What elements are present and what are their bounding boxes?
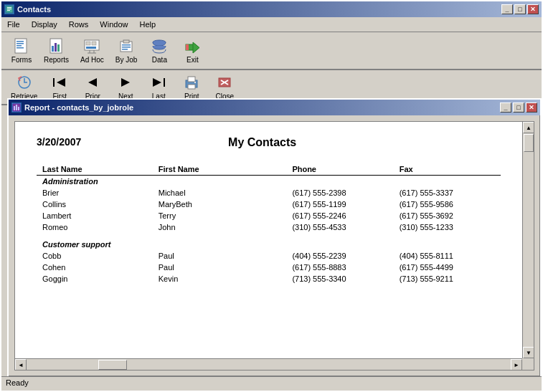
svg-rect-44 — [14, 106, 15, 110]
adhoc-button[interactable]: Ad Hoc — [75, 35, 109, 66]
minimize-button[interactable]: _ — [501, 4, 513, 14]
main-toolbar: Forms Reports — [1, 32, 542, 70]
svg-rect-12 — [57, 44, 60, 52]
report-title-left: Report - contacts_by_jobrole — [11, 102, 133, 113]
forms-icon — [13, 37, 30, 54]
report-header: 3/20/2007 My Contacts — [37, 136, 501, 149]
svg-marker-31 — [57, 78, 65, 87]
scroll-up-button[interactable]: ▲ — [523, 122, 534, 133]
vertical-scrollbar[interactable]: ▲ ▼ — [522, 122, 534, 358]
svg-rect-10 — [52, 46, 54, 52]
cell-phone: (617) 555-1199 — [286, 199, 393, 210]
print-icon — [183, 74, 200, 91]
byjob-icon — [118, 37, 135, 54]
svg-rect-14 — [86, 42, 90, 45]
svg-rect-45 — [16, 105, 17, 110]
col-fax: Fax — [394, 163, 501, 176]
scroll-left-button[interactable]: ◄ — [15, 359, 27, 371]
menu-window[interactable]: Window — [94, 19, 133, 30]
report-inner: 3/20/2007 My Contacts Last Name First Na… — [15, 122, 522, 358]
cell-fax: (617) 555-9586 — [394, 199, 501, 210]
forms-button[interactable]: Forms — [6, 35, 37, 66]
svg-rect-39 — [194, 82, 196, 83]
menu-rows[interactable]: Rows — [63, 19, 95, 30]
svg-rect-15 — [92, 42, 96, 45]
main-title-controls: _ □ ✕ — [501, 4, 539, 14]
svg-rect-21 — [123, 40, 129, 43]
scroll-right-button[interactable]: ► — [511, 359, 522, 371]
report-content: ▲ ▼ ◄ ► 3/20/2007 My Contacts — [14, 121, 534, 371]
report-title-controls: _ □ ✕ — [500, 102, 537, 113]
scroll-track — [523, 133, 534, 347]
main-window: Contacts _ □ ✕ File Display Rows Window … — [0, 0, 543, 392]
cell-fax: (617) 555-3337 — [394, 187, 501, 199]
cell-fax: (310) 555-1233 — [394, 221, 501, 233]
byjob-button[interactable]: By Job — [110, 35, 143, 66]
data-button[interactable]: Data — [143, 35, 175, 66]
table-row: CobbPaul(404) 555-2239(404) 555-8111 — [37, 250, 501, 262]
cell-firstname: Michael — [153, 187, 287, 199]
svg-rect-28 — [186, 44, 189, 50]
group-header-row: Customer support — [37, 239, 501, 250]
cell-lastname: Cohen — [37, 262, 153, 273]
main-title-bar: Contacts _ □ ✕ — [1, 1, 542, 17]
scroll-thumb[interactable] — [524, 134, 534, 152]
svg-rect-5 — [16, 41, 24, 42]
close-icon — [216, 74, 233, 91]
cell-firstname: John — [153, 221, 287, 233]
table-row: GogginKevin(713) 555-3340(713) 555-9211 — [37, 273, 501, 285]
horizontal-scrollbar[interactable]: ◄ ► — [15, 358, 522, 370]
cell-phone: (617) 555-8883 — [286, 262, 393, 273]
exit-button[interactable]: Exit — [176, 35, 208, 66]
svg-rect-38 — [188, 85, 195, 89]
col-phone: Phone — [286, 163, 393, 176]
report-close-button[interactable]: ✕ — [526, 102, 537, 113]
cell-phone: (713) 555-3340 — [286, 273, 393, 285]
hscroll-thumb[interactable] — [98, 360, 127, 370]
cell-firstname: Terry — [153, 210, 287, 221]
report-title-main: My Contacts — [24, 136, 501, 149]
table-row: BrierMichael(617) 555-2398(617) 555-3337 — [37, 187, 501, 199]
cell-lastname: Lambert — [37, 210, 153, 221]
table-row: CollinsMaryBeth(617) 555-1199(617) 555-9… — [37, 199, 501, 210]
reports-icon — [48, 37, 65, 54]
prior-icon — [84, 74, 101, 91]
svg-rect-3 — [7, 10, 10, 11]
report-table: Last Name First Name Phone Fax Administr… — [37, 163, 501, 290]
hscroll-track — [27, 359, 511, 370]
svg-rect-46 — [18, 107, 19, 110]
cell-fax: (617) 555-4499 — [394, 262, 501, 273]
report-minimize-button[interactable]: _ — [500, 102, 511, 113]
cell-firstname: Paul — [153, 262, 287, 273]
report-maximize-button[interactable]: □ — [513, 102, 524, 113]
spacer-row — [37, 285, 501, 290]
menu-file[interactable]: File — [1, 19, 26, 30]
reports-button[interactable]: Reports — [39, 35, 74, 66]
table-header-row: Last Name First Name Phone Fax — [37, 163, 501, 176]
menu-display[interactable]: Display — [26, 19, 63, 30]
exit-label: Exit — [186, 56, 199, 64]
cell-lastname: Cobb — [37, 250, 153, 262]
svg-marker-35 — [153, 78, 161, 87]
menu-help[interactable]: Help — [133, 19, 161, 30]
report-title-bar: Report - contacts_by_jobrole _ □ ✕ — [9, 100, 540, 115]
cell-lastname: Romeo — [37, 221, 153, 233]
close-button[interactable]: ✕ — [527, 4, 539, 14]
report-app-icon — [11, 102, 22, 113]
scroll-down-button[interactable]: ▼ — [523, 347, 534, 358]
svg-rect-24 — [122, 49, 128, 50]
svg-rect-2 — [7, 9, 11, 9]
status-text: Ready — [6, 378, 29, 387]
forms-label: Forms — [11, 56, 32, 64]
report-title-text: Report - contacts_by_jobrole — [24, 103, 133, 112]
adhoc-icon — [83, 37, 100, 54]
table-row: RomeoJohn(310) 555-4533(310) 555-1233 — [37, 221, 501, 233]
svg-rect-8 — [16, 47, 24, 49]
cell-firstname: Paul — [153, 250, 287, 262]
col-lastname: Last Name — [37, 163, 153, 176]
svg-rect-1 — [7, 7, 11, 8]
svg-rect-7 — [16, 45, 22, 47]
adhoc-label: Ad Hoc — [80, 56, 104, 64]
cell-firstname: MaryBeth — [153, 199, 287, 210]
maximize-button[interactable]: □ — [514, 4, 526, 14]
